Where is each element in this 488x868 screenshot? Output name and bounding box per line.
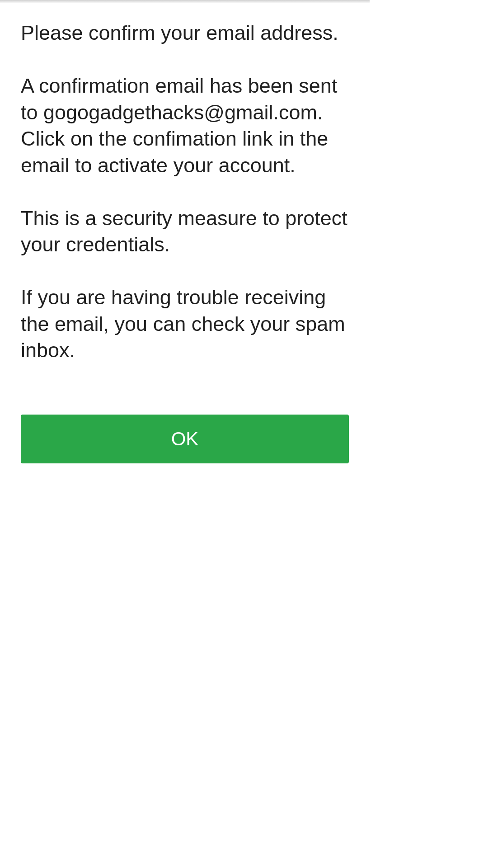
dialog-paragraph-4: If you are having trouble receiving the … <box>21 286 351 362</box>
dialog-paragraph-3: This is a security measure to protect yo… <box>21 207 353 256</box>
ok-button[interactable]: OK <box>21 415 349 463</box>
dialog-message: Please confirm your email address. A con… <box>21 20 349 364</box>
dialog-paragraph-2: A confirmation email has been sent to go… <box>21 74 343 177</box>
dialog-paragraph-1: Please confirm your email address. <box>21 21 338 44</box>
dialog-content: Please confirm your email address. A con… <box>0 3 370 364</box>
